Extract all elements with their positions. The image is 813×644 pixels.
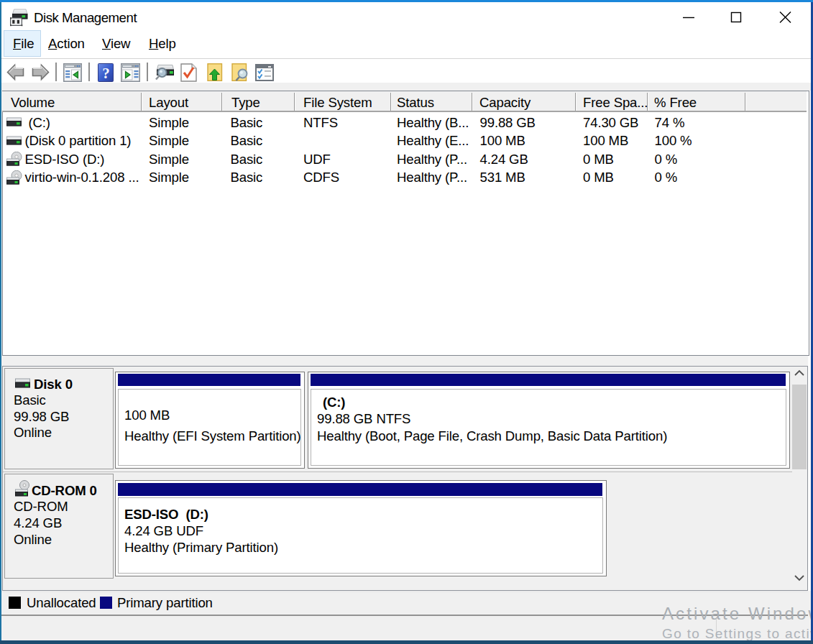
svg-text:?: ?: [102, 65, 110, 82]
